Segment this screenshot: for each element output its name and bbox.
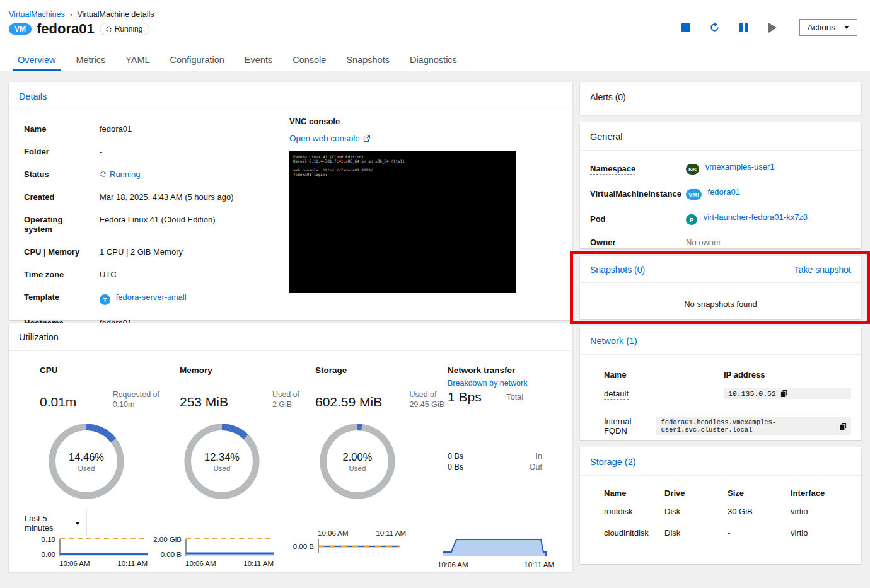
- tab-diagnostics[interactable]: Diagnostics: [400, 54, 467, 71]
- storage-card-header: Storage (2): [580, 447, 861, 476]
- cpu-spark-xstart: 10:06 AM: [59, 560, 90, 567]
- restart-vm-button[interactable]: [709, 21, 721, 34]
- page-title: fedora01: [37, 21, 95, 37]
- cpu-metric-title: CPU: [40, 366, 58, 375]
- snapshots-heading-link[interactable]: Snapshots (0): [590, 265, 645, 275]
- namespace-badge: NS: [686, 164, 699, 175]
- vm-details-page: VirtualMachines › VirtualMachine details…: [0, 0, 870, 588]
- tab-snapshots[interactable]: Snapshots: [336, 54, 400, 71]
- tab-overview[interactable]: Overview: [8, 54, 66, 71]
- fqdn-chip: fedora01.headless.vmexamples-user1.svc.c…: [656, 417, 851, 435]
- network-spark-xstart: 10:06 AM: [438, 561, 468, 568]
- general-card-header: General: [580, 122, 861, 151]
- breadcrumb: VirtualMachines › VirtualMachine details: [9, 10, 154, 19]
- tab-metrics[interactable]: Metrics: [66, 54, 115, 71]
- open-web-console-link[interactable]: Open web console: [289, 134, 516, 143]
- copy-ip-button[interactable]: [780, 390, 787, 397]
- cpu-spark-svg: [59, 536, 148, 558]
- network-row-name[interactable]: default: [604, 389, 629, 400]
- network-spark-xend: 10:11 AM: [524, 561, 554, 568]
- tab-bar: Overview Metrics YAML Configuration Even…: [0, 54, 870, 71]
- storage-spark-svg: [318, 538, 406, 555]
- storage-row-name: cloudinitdisk: [604, 528, 664, 550]
- take-snapshot-button[interactable]: Take snapshot: [794, 265, 851, 275]
- vnc-console-heading: VNC console: [289, 117, 516, 126]
- storage-heading-link[interactable]: Storage (2): [590, 457, 636, 467]
- storage-spark-xstart: 10:06 AM: [318, 529, 349, 537]
- storage-col-name: Name: [604, 488, 664, 507]
- play-icon: [768, 23, 777, 33]
- storage-table: Name Drive Size Interface rootdisk Disk …: [590, 488, 851, 550]
- memory-donut-chart: 12.34% Used: [182, 422, 262, 501]
- storage-metric-title: Storage: [315, 366, 347, 375]
- detail-label-created: Created: [24, 192, 92, 202]
- copy-fqdn-button[interactable]: [840, 423, 847, 430]
- network-in-row: 0 Bs In: [448, 452, 542, 461]
- memory-sub-top: Used of: [272, 390, 299, 399]
- detail-label-cpu-memory: CPU | Memory: [24, 247, 92, 257]
- memory-spark-xend: 10:11 AM: [243, 560, 274, 567]
- network-out-row: 0 Bs Out: [448, 463, 542, 471]
- details-body: Name fedora01 Folder - Status Running Cr…: [9, 110, 572, 342]
- page-header: VirtualMachines › VirtualMachine details…: [0, 0, 870, 54]
- network-card: Network (1) Name IP address default 10.1…: [580, 326, 861, 440]
- cpu-spark-ymin: 0.00: [42, 551, 55, 558]
- tab-configuration[interactable]: Configuration: [160, 54, 235, 71]
- pod-link[interactable]: virt-launcher-fedora01-kx7z8: [704, 212, 808, 222]
- details-card: Details Name fedora01 Folder - Status Ru…: [9, 82, 572, 320]
- breadcrumb-virtualmachines[interactable]: VirtualMachines: [9, 10, 65, 19]
- tab-console[interactable]: Console: [282, 54, 336, 71]
- status-badge[interactable]: Running: [100, 23, 150, 35]
- network-value-row: 1 Bps Total: [448, 389, 523, 405]
- network-transfer-title: Network transfer: [448, 366, 515, 375]
- start-vm-button[interactable]: [767, 21, 779, 34]
- storage-row-drive: Disk: [664, 528, 728, 550]
- cpu-value-row: 0.01m Requested of0.10m: [40, 389, 160, 410]
- detail-status-link[interactable]: Running: [110, 170, 140, 179]
- breakdown-by-network-link[interactable]: Breakdown by network: [448, 379, 527, 388]
- network-out-label: Out: [530, 463, 542, 471]
- actions-dropdown[interactable]: Actions: [799, 19, 857, 36]
- namespace-label: Namespace: [590, 164, 635, 175]
- breadcrumb-separator-icon: ›: [70, 11, 72, 18]
- network-area-svg: [438, 536, 554, 558]
- owner-value: No owner: [686, 238, 851, 247]
- sync-icon: [105, 26, 112, 33]
- storage-col-drive: Drive: [664, 488, 728, 507]
- alerts-heading: Alerts (0): [580, 82, 861, 112]
- restart-icon: [709, 22, 720, 33]
- storage-value-row: 602.59 MiB Used of29.45 GiB: [315, 389, 444, 410]
- alerts-card[interactable]: Alerts (0): [580, 82, 861, 115]
- network-in-label: In: [536, 452, 542, 461]
- namespace-link[interactable]: vmexamples-user1: [705, 162, 775, 171]
- stop-vm-button[interactable]: [680, 21, 692, 34]
- snapshots-card: Snapshots (0) Take snapshot No snapshots…: [580, 256, 861, 319]
- pause-vm-button[interactable]: [738, 21, 750, 34]
- detail-label-template: Template: [24, 292, 92, 302]
- storage-donut-chart: 2.00% Used: [318, 422, 397, 501]
- vmi-link[interactable]: fedora01: [708, 187, 740, 197]
- vnc-console-text: Fedora Linux 41 (Cloud Edition) Kernel 6…: [293, 154, 513, 176]
- title-row: VM fedora01 Running: [9, 21, 149, 37]
- time-range-dropdown[interactable]: Last 5 minutes: [18, 510, 87, 536]
- vnc-console-screen[interactable]: Fedora Linux 41 (Cloud Edition) Kernel 6…: [289, 151, 516, 293]
- storage-row-drive: Disk: [664, 507, 728, 528]
- storage-col-interface: Interface: [791, 488, 851, 507]
- detail-label-status: Status: [24, 170, 92, 179]
- snapshots-empty-message: No snapshots found: [580, 283, 861, 325]
- memory-spark-ymax: 2.00 GiB: [153, 536, 182, 543]
- storage-col-size: Size: [728, 488, 791, 507]
- storage-spark-xend: 10:11 AM: [376, 529, 406, 537]
- sync-icon: [100, 171, 107, 178]
- cpu-sub-top: Requested of: [113, 390, 160, 399]
- details-heading-link[interactable]: Details: [19, 91, 47, 101]
- tab-events[interactable]: Events: [235, 54, 282, 71]
- network-in-value: 0 Bs: [448, 452, 463, 461]
- cpu-value: 0.01m: [40, 395, 76, 410]
- caret-down-icon: [844, 26, 849, 29]
- network-heading-link[interactable]: Network (1): [590, 336, 637, 346]
- vmi-label: VirtualMachineInstance: [590, 189, 678, 199]
- tab-yaml[interactable]: YAML: [115, 54, 160, 71]
- detail-template-link[interactable]: fedora-server-small: [116, 292, 187, 302]
- general-heading: General: [590, 132, 623, 142]
